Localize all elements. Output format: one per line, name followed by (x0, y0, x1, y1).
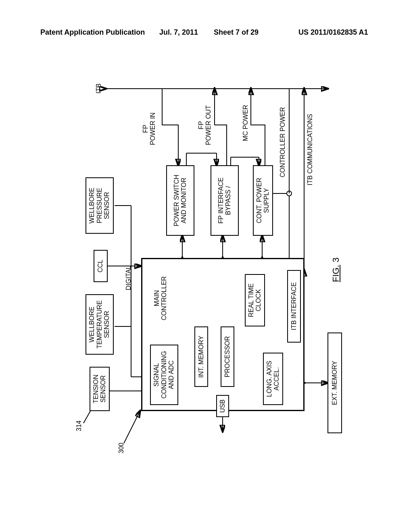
block-fp-interface-bypass: FP INTERFACE BYPASS / (211, 165, 239, 236)
label-fp-power-in: FP POWER IN (142, 112, 156, 145)
label-controller-power: CONTROLLER POWER (279, 107, 286, 177)
label-main-controller: MAIN CONTROLLER (153, 270, 168, 326)
header-date: Jul. 7, 2011 (159, 28, 198, 37)
block-ext-memory: EXT. MEMORY (327, 332, 342, 433)
block-usb: USB (216, 395, 229, 417)
figure-label-number: 3 (331, 258, 341, 262)
ref-314: 314 (75, 420, 83, 431)
figure-label: FIG. 3 (331, 258, 341, 282)
block-int-memory: INT. MEMORY (194, 326, 208, 387)
svg-line-0 (83, 411, 90, 423)
block-real-time-clock: REAL TIME CLOCK (245, 274, 265, 326)
label-digital: DIGITAL (125, 266, 132, 290)
label-fp-power-out: FP POWER OUT (198, 105, 212, 145)
block-cont-power-supply: CONT. POWER SUPPLY (253, 165, 273, 236)
block-signal-conditioning-adc: SIGNAL CONDITIONING AND ADC (150, 345, 178, 405)
block-tension-sensor: TENSION SENSOR (90, 367, 110, 411)
figure-label-prefix: FIG. (331, 265, 341, 282)
label-mc-power: MC POWER (242, 105, 249, 141)
header-sheet: Sheet 7 of 29 (214, 28, 259, 37)
block-wellbore-pressure-sensor: WELLBORE PRESSURE SENSOR (86, 177, 114, 234)
ref-300: 300 (118, 443, 125, 453)
block-itb-interface: ITB INTERFACE (287, 270, 301, 343)
block-ccl: CCL (94, 250, 108, 282)
figure-3-diagram: 300 314 TENSION SENSOR WELLBORE TEMPERAT… (61, 73, 352, 476)
label-itb: ITB (95, 83, 102, 94)
label-itb-communications: ITB COMMUNICATIONS (307, 114, 314, 185)
block-wellbore-temp-sensor: WELLBORE TEMPERATURE SENSOR (86, 294, 114, 355)
block-processor: PROCESSOR (221, 326, 234, 387)
block-power-switch-monitor: POWER SWITCH AND MONITOR (166, 165, 194, 236)
svg-point-18 (287, 191, 292, 196)
page: Patent Application Publication Jul. 7, 2… (0, 0, 413, 532)
block-long-axis-accel: LONG. AXIS ACCEL. (263, 353, 283, 405)
header-pubno: US 2011/0162835 A1 (298, 28, 368, 37)
header-left: Patent Application Publication (40, 28, 145, 37)
